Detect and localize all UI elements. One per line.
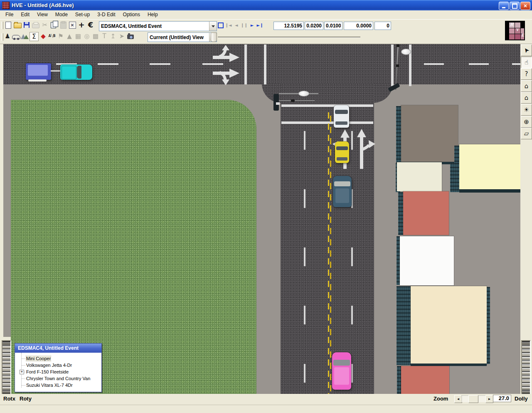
human-mode-button[interactable]: ♟ <box>3 32 12 40</box>
paste-button <box>59 21 67 29</box>
building-wall <box>397 366 401 394</box>
street-light-arm <box>279 100 315 101</box>
view-selector[interactable]: Current (Untitled) View <box>148 32 217 42</box>
tree-item-label: Ford F-150 Fleetside <box>26 369 69 374</box>
go-to-end-button[interactable]: ►❙ <box>256 21 264 29</box>
tree-item-ford-f-150-fleetside[interactable]: +Ford F-150 Fleetside <box>15 368 101 375</box>
tree-item-mini-cooper[interactable]: Mini Cooper <box>15 355 101 362</box>
lamp-fixture <box>291 99 295 102</box>
zoom-value-field[interactable]: 27.0 <box>493 395 511 402</box>
curb-fillet <box>374 84 393 103</box>
minimize-icon <box>502 7 505 8</box>
go-to-start-button: ❙◄ <box>224 21 232 29</box>
logo-letter: V <box>516 27 519 32</box>
menu-item-help[interactable]: Help <box>144 10 162 19</box>
new-file-button[interactable] <box>4 21 12 29</box>
cut-button: ✂ <box>41 21 49 29</box>
flag-tool-icon: ⚑ <box>58 33 63 40</box>
view-slider-track[interactable] <box>218 37 360 38</box>
camera-tool-button[interactable] <box>126 32 135 40</box>
title-bar[interactable]: HVE - Untitled (Ad6.hve) ✕ <box>0 0 532 10</box>
chevron-down-icon[interactable] <box>209 22 217 31</box>
add-object-button[interactable]: + <box>77 21 86 29</box>
vehicle-trailer[interactable] <box>26 63 51 80</box>
sim-time-field[interactable] <box>273 22 304 30</box>
maximize-icon <box>512 3 517 9</box>
add-object-icon: + <box>78 21 84 29</box>
zoom-scrollbar-thumb[interactable] <box>468 395 478 403</box>
dolly-thumbwheel[interactable] <box>521 340 531 395</box>
tree-item-suzuki-vitara-xl-7-4dr[interactable]: Suzuki Vitara XL-7 4Dr <box>15 382 101 388</box>
stop-button[interactable] <box>217 21 224 29</box>
environment-mode-icon <box>21 33 29 39</box>
copy-button[interactable] <box>50 21 58 29</box>
home-view-button[interactable]: ⌂ <box>521 80 532 92</box>
event-mode-button[interactable]: Σ <box>30 32 39 41</box>
play-button[interactable]: ► <box>248 21 256 29</box>
sim-value-field-3[interactable] <box>324 22 342 30</box>
flag-tool-button: ⚑ <box>57 32 65 40</box>
expand-icon[interactable]: + <box>20 370 24 374</box>
tree-item-chrysler-town-and-country-van[interactable]: Chrysler Town and Country Van <box>15 375 101 382</box>
maximize-button[interactable] <box>510 2 520 10</box>
building-roof <box>400 236 454 285</box>
menu-item-options[interactable]: Options <box>119 10 144 19</box>
rotx-label: Rotx <box>3 396 15 402</box>
save-file-button[interactable] <box>22 21 31 29</box>
menu-item-set-up[interactable]: Set-up <box>71 10 94 19</box>
set-home-view-button[interactable]: ⌂ <box>521 92 532 104</box>
event-panel-title[interactable]: EDSMAC4, Untitled Event <box>15 344 101 353</box>
logo-letter: E <box>522 33 525 37</box>
menu-item-file[interactable]: File <box>2 10 17 19</box>
vehicle-pickup-truck[interactable] <box>60 64 92 80</box>
vehicle-white-sedan[interactable] <box>334 105 349 128</box>
zoom-scroll-right-button[interactable]: ► <box>485 395 493 403</box>
seek-button[interactable]: ⊕ <box>521 116 532 128</box>
pick-tool-button[interactable]: ➤ <box>521 45 532 56</box>
minimize-button[interactable] <box>499 2 509 10</box>
tow-bar <box>51 70 61 72</box>
menu-item-view[interactable]: View <box>33 10 52 19</box>
vehicle-yellow-car[interactable] <box>335 141 349 163</box>
scene-viewport[interactable] <box>3 44 520 394</box>
camera-type-button[interactable]: ▱ <box>521 128 532 139</box>
vehicle-pink-suv[interactable] <box>332 352 351 390</box>
menu-item-edit[interactable]: Edit <box>17 10 33 19</box>
vehicle-mode-button[interactable] <box>12 32 20 40</box>
menu-item-3-d-edit[interactable]: 3-D Edit <box>94 10 119 19</box>
sim-value-field-2[interactable] <box>305 22 323 30</box>
cone-tool-button: ▲ <box>65 32 74 40</box>
sim-value-field-5[interactable] <box>374 22 391 30</box>
rotx-thumbwheel[interactable] <box>2 340 11 395</box>
rear-window <box>335 121 347 125</box>
delete-button[interactable]: ✕ <box>68 21 76 29</box>
menu-item-mode[interactable]: Mode <box>52 10 71 19</box>
building-roof <box>459 144 520 190</box>
tree-item-volkswagen-jetta-4-dr[interactable]: Volkswagen Jetta 4-Dr <box>15 362 101 368</box>
zoom-label: Zoom <box>433 396 448 402</box>
pushpin-tool-icon: ↥ <box>111 33 116 40</box>
close-button[interactable]: ✕ <box>520 2 530 10</box>
mesh-tool-button: ▩ <box>91 32 100 40</box>
stop-line <box>391 45 394 86</box>
view-all-button[interactable]: ☀ <box>521 104 532 116</box>
event-wheel-button[interactable]: € <box>86 21 95 29</box>
environment-mode-button[interactable] <box>21 32 29 40</box>
pan-hand-tool-button[interactable]: ☝ <box>521 57 532 68</box>
playback-mode-button[interactable]: ◆ <box>39 32 47 40</box>
app-icon <box>2 2 10 9</box>
sim-value-field-4[interactable] <box>344 22 373 30</box>
event-selector[interactable]: EDSMAC4, Untitled Event <box>99 21 217 31</box>
tree-item-label: Mini Cooper <box>26 356 51 361</box>
close-icon: ✕ <box>523 3 527 9</box>
window-title: HVE - Untitled (Ad6.hve) <box>12 2 74 8</box>
human-mode-icon: ♟ <box>5 33 10 40</box>
vehicle-minivan[interactable] <box>333 176 352 207</box>
trajectory-tool-button[interactable]: A╲B <box>48 32 56 40</box>
viewer-help-button[interactable]: ? <box>521 68 532 80</box>
pause-button: ❙❙ <box>240 21 248 29</box>
viewer-help-icon: ? <box>525 70 528 78</box>
view-slider-thumb[interactable] <box>211 32 217 42</box>
open-file-button[interactable] <box>13 21 22 29</box>
hve-logo: H V E <box>505 21 525 40</box>
